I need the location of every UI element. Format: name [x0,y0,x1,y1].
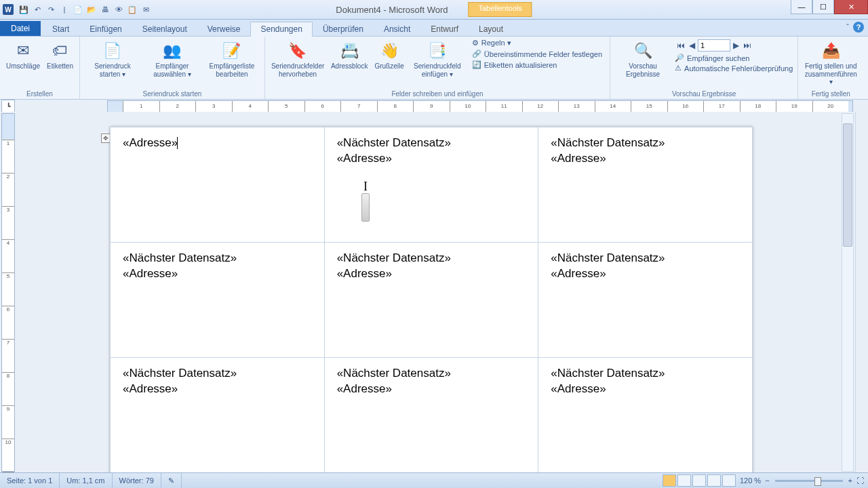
match-fields-icon: 🔗 [472,49,481,58]
felder-hervorheben-button[interactable]: 🔖Seriendruckfelder hervorheben [268,38,328,80]
regeln-button[interactable]: ⚙Regeln ▾ [470,38,604,48]
title-bar: W 💾 ↶ ↷ | 📄 📂 🖶 👁 📋 ✉ Dokument4 - Micros… [0,0,868,20]
last-record-icon[interactable]: ⏭ [742,41,753,50]
status-lang-icon[interactable]: ✎ [161,473,182,488]
empfaenger-suchen-button[interactable]: 🔎Empfänger suchen [673,53,795,63]
etiketten-aktualisieren-button[interactable]: 🔄Etiketten aktualisieren [470,60,604,70]
umschlaege-button[interactable]: ✉Umschläge [3,38,43,73]
qat-paste-icon[interactable]: 📋 [126,3,138,16]
group-label: Erstellen [3,89,77,99]
qat-new-icon[interactable]: 📄 [72,3,84,16]
group-erstellen: ✉Umschläge 🏷Etiketten Erstellen [0,37,80,99]
next-record-icon[interactable]: ▶ [732,41,741,50]
seriendruck-starten-button[interactable]: 📄Seriendruck starten ▾ [83,38,142,80]
label-cell[interactable]: «Nächster Datensatz»«Adresse» [111,243,325,358]
tab-layout[interactable]: Layout [469,22,513,36]
zoom-level[interactable]: 120 % [740,476,761,485]
table-move-handle[interactable]: ✥ [101,134,111,143]
vorschau-ergebnisse-button[interactable]: 🔍Vorschau Ergebnisse [613,38,673,80]
side-panel [855,112,868,473]
status-words[interactable]: Wörter: 79 [113,473,161,488]
qat-open-icon[interactable]: 📂 [85,3,98,16]
scrollbar-thumb[interactable] [843,123,852,247]
seriendruckfeld-einfuegen-button[interactable]: 📑Seriendruckfeld einfügen ▾ [408,38,467,80]
tab-selector[interactable]: ┗ [1,100,15,113]
tab-entwurf[interactable]: Entwurf [420,22,469,36]
fertig-stellen-button[interactable]: 📤Fertig stellen und zusammenführen ▾ [801,38,861,88]
group-label: Fertig stellen [801,89,861,99]
felder-festlegen-button[interactable]: 🔗Übereinstimmende Felder festlegen [470,49,604,59]
tab-ueberpruefen[interactable]: Überprüfen [313,22,374,36]
label-cell[interactable]: «Nächster Datensatz»«Adresse» [324,243,538,358]
view-draft-button[interactable] [722,474,736,487]
mailmerge-icon: 📄 [102,40,123,62]
group-vorschau: 🔍Vorschau Ergebnisse ⏮ ◀ ▶ ⏭ 🔎Empfänger … [610,37,798,99]
tab-start[interactable]: Start [42,22,79,36]
zoom-out-button[interactable]: − [765,476,769,485]
minimize-button[interactable]: — [791,0,812,14]
prev-record-icon[interactable]: ◀ [688,41,696,50]
qat-mail-icon[interactable]: ✉ [140,3,152,16]
tab-sendungen[interactable]: Sendungen [250,22,312,37]
grusszeile-button[interactable]: 👋Grußzeile [371,38,407,73]
contextual-tab-label: Tabellentools [468,2,532,17]
vertical-scrollbar[interactable] [842,113,854,472]
qat-preview-icon[interactable]: 👁 [113,3,125,16]
label-cell[interactable]: «Nächster Datensatz»«Adresse» [538,127,753,243]
preview-icon: 🔍 [632,40,654,62]
file-tab[interactable]: Datei [0,21,41,36]
adressblock-button[interactable]: 📇Adressblock [328,38,371,73]
document-title: Dokument4 - Microsoft Word [336,5,448,15]
view-outline-button[interactable] [707,474,721,487]
error-check-icon: ⚠ [675,64,682,73]
record-number-input[interactable] [698,39,730,52]
tab-seitenlayout[interactable]: Seitenlayout [132,22,197,36]
etiketten-button[interactable]: 🏷Etiketten [43,38,77,73]
label-cell[interactable]: «Nächster Datensatz»«Adresse» [324,127,538,243]
qat-print-icon[interactable]: 🖶 [99,3,111,16]
label-cell[interactable]: «Nächster Datensatz»«Adresse» [111,358,325,473]
ribbon-collapse-icon[interactable]: ˆ [846,23,849,31]
highlight-icon: 🔖 [287,40,309,62]
quick-access-toolbar: 💾 ↶ ↷ | 📄 📂 🖶 👁 📋 ✉ [18,3,152,16]
empfaengerliste-bearbeiten-button[interactable]: 📝Empfängerliste bearbeiten [202,38,262,80]
horizontal-ruler[interactable]: 1234567891011121314151617181920 [107,100,853,113]
group-felder: 🔖Seriendruckfelder hervorheben 📇Adressbl… [265,37,610,99]
vertical-ruler[interactable]: 1234567891011 [1,113,15,472]
page: «Adresse»«Nächster Datensatz»«Adresse»«N… [110,127,753,473]
label-icon: 🏷 [49,40,71,62]
group-seriendruck-starten: 📄Seriendruck starten ▾ 👥Empfänger auswäh… [80,37,265,99]
view-web-button[interactable] [692,474,706,487]
insert-field-icon: 📑 [427,40,448,62]
label-cell[interactable]: «Nächster Datensatz»«Adresse» [324,358,538,473]
rules-icon: ⚙ [472,39,479,47]
group-fertig: 📤Fertig stellen und zusammenführen ▾ Fer… [798,37,863,99]
fehlerueberpruefung-button[interactable]: ⚠Automatische Fehlerüberprüfung [673,63,795,73]
status-position[interactable]: Um: 1,1 cm [60,473,112,488]
label-cell[interactable]: «Nächster Datensatz»«Adresse» [538,243,753,358]
update-labels-icon: 🔄 [472,60,481,69]
maximize-button[interactable]: ☐ [812,0,834,14]
help-icon[interactable]: ? [853,22,864,33]
qat-redo-icon[interactable]: ↷ [45,3,57,16]
first-record-icon[interactable]: ⏮ [675,41,686,50]
empfaenger-auswaehlen-button[interactable]: 👥Empfänger auswählen ▾ [142,38,202,80]
qat-undo-icon[interactable]: ↶ [31,3,43,16]
text-cursor-icon: I [363,180,368,194]
tab-einfuegen[interactable]: Einfügen [79,22,132,36]
close-button[interactable]: ✕ [834,0,868,14]
view-fullscreen-button[interactable] [677,474,691,487]
zoom-slider[interactable] [775,480,843,482]
label-cell[interactable]: «Nächster Datensatz»«Adresse» [538,358,753,473]
view-print-layout-button[interactable] [663,474,676,487]
zoom-expand-button[interactable]: ⛶ [856,476,864,485]
document-area[interactable]: ✥ «Adresse»«Nächster Datensatz»«Adresse»… [15,112,855,473]
search-icon: 🔎 [675,54,684,62]
label-cell[interactable]: «Adresse» [111,127,325,243]
qat-save-icon[interactable]: 💾 [18,3,30,16]
status-page[interactable]: Seite: 1 von 1 [0,473,60,488]
label-table: «Adresse»«Nächster Datensatz»«Adresse»«N… [110,127,753,473]
tab-verweise[interactable]: Verweise [197,22,251,36]
zoom-in-button[interactable]: + [848,476,852,485]
tab-ansicht[interactable]: Ansicht [374,22,420,36]
